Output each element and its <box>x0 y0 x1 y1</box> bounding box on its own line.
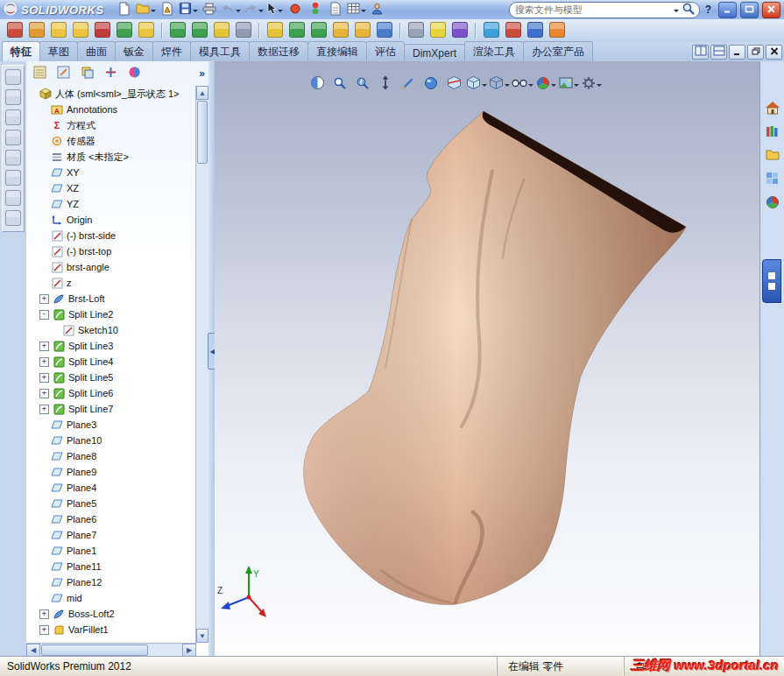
tab-办公室产品[interactable]: 办公室产品 <box>523 41 593 61</box>
tab-直接编辑[interactable]: 直接编辑 <box>307 41 367 61</box>
dimxpertmanager-tab-button[interactable] <box>101 65 120 82</box>
horizontal-scroll-thumb[interactable] <box>41 644 148 656</box>
design-library-button[interactable] <box>763 123 782 141</box>
view-settings-dropdown-icon[interactable] <box>597 84 602 89</box>
tree-item[interactable]: -Split Line2 <box>26 306 196 322</box>
tree-item[interactable]: +VarFillet1 <box>26 622 196 637</box>
expand-icon[interactable]: + <box>39 357 49 367</box>
expand-icon[interactable]: + <box>39 609 49 619</box>
side-tool-3-button[interactable] <box>4 109 23 127</box>
publish-button[interactable] <box>158 1 177 18</box>
search-input[interactable] <box>513 4 670 16</box>
tab-钣金[interactable]: 钣金 <box>115 41 153 61</box>
tab-评估[interactable]: 评估 <box>366 41 405 61</box>
scroll-up-icon[interactable]: ▲ <box>196 86 208 100</box>
tab-曲面[interactable]: 曲面 <box>77 41 116 61</box>
redo-dropdown-icon[interactable] <box>258 10 264 15</box>
tool-flag-button[interactable] <box>93 22 112 39</box>
tree-item[interactable]: Plane8 <box>26 448 196 464</box>
tab-草图[interactable]: 草图 <box>39 41 78 61</box>
tool-spline-button[interactable] <box>450 22 470 39</box>
scroll-left-icon[interactable]: ◀ <box>26 644 40 657</box>
tab-模具工具[interactable]: 模具工具 <box>190 41 250 61</box>
hide-show-items-dropdown-icon[interactable] <box>528 84 533 89</box>
tree-item[interactable]: Origin <box>26 212 196 228</box>
undo-dropdown-icon[interactable] <box>236 10 241 15</box>
tool-wand-button[interactable] <box>265 22 285 39</box>
tab-焊件[interactable]: 焊件 <box>152 41 191 61</box>
zoom-fit-button[interactable] <box>329 74 350 95</box>
search-scope-dropdown-icon[interactable] <box>674 10 679 15</box>
tool-orange-button[interactable] <box>547 22 567 39</box>
tree-item[interactable]: Plane4 <box>26 480 196 496</box>
tree-item[interactable]: +Boss-Loft2 <box>26 606 196 622</box>
search-icon[interactable] <box>682 2 696 18</box>
tab-数据迁移[interactable]: 数据迁移 <box>249 41 308 61</box>
tree-item[interactable]: YZ <box>26 196 196 212</box>
open-dropdown-icon[interactable] <box>151 10 156 15</box>
view-palette-button[interactable] <box>763 171 782 188</box>
print-button[interactable] <box>200 1 219 18</box>
side-tool-4-button[interactable] <box>4 130 23 147</box>
tree-item[interactable]: XY <box>26 165 196 180</box>
tool-ball-1-button[interactable] <box>331 22 350 39</box>
scroll-down-icon[interactable]: ▼ <box>196 629 208 643</box>
tool-people-button[interactable] <box>375 22 394 39</box>
tree-horizontal-scrollbar[interactable]: ◀ ▶ <box>26 643 196 657</box>
open-button[interactable] <box>135 1 157 18</box>
edit-appearance-dropdown-icon[interactable] <box>551 84 556 89</box>
tree-item[interactable]: +Split Line3 <box>26 338 196 354</box>
user-button[interactable] <box>368 1 387 18</box>
side-tool-7-button[interactable] <box>4 190 23 208</box>
tool-tee-button[interactable] <box>137 22 156 39</box>
featuremanager-tab-button[interactable] <box>30 65 49 82</box>
tree-item[interactable]: z <box>26 275 196 291</box>
apply-scene-button[interactable] <box>558 74 579 95</box>
tree-item[interactable]: 材质 <未指定> <box>26 149 196 165</box>
record-macro-button[interactable] <box>286 1 305 18</box>
tool-cube-green-2-button[interactable] <box>190 22 209 39</box>
edit-appearance-button[interactable] <box>535 74 556 95</box>
scroll-right-icon[interactable]: ▶ <box>182 644 196 657</box>
view-orientation-dropdown-icon[interactable] <box>482 84 487 89</box>
help-button[interactable]: ? <box>705 4 711 16</box>
appearances-button[interactable] <box>763 194 782 212</box>
tree-item[interactable]: Σ方程式 <box>26 117 196 133</box>
torso-model[interactable] <box>304 111 686 605</box>
tool-cube-green-1-button[interactable] <box>168 22 187 39</box>
tool-folder-1-button[interactable] <box>49 22 68 39</box>
save-button[interactable] <box>178 1 199 18</box>
zoom-area-button[interactable] <box>352 74 373 95</box>
zoom-updown-button[interactable] <box>375 74 396 95</box>
tree-item[interactable]: Plane11 <box>26 559 196 574</box>
file-properties-button[interactable] <box>326 1 345 18</box>
side-tool-6-button[interactable] <box>4 170 23 187</box>
apply-scene-dropdown-icon[interactable] <box>574 84 579 89</box>
expand-icon[interactable]: + <box>39 405 49 414</box>
tool-dots-button[interactable] <box>234 22 253 39</box>
rotate-view-button[interactable] <box>420 74 441 95</box>
tree-item[interactable]: (-) brst-top <box>26 243 196 259</box>
vertical-scroll-thumb[interactable] <box>197 101 208 164</box>
tool-scissors-button[interactable] <box>482 22 501 39</box>
side-tool-1-button[interactable] <box>4 69 23 87</box>
tree-item[interactable]: XZ <box>26 180 196 196</box>
section-view-button[interactable] <box>443 74 464 95</box>
select-button[interactable] <box>265 1 285 18</box>
side-tool-8-button[interactable] <box>4 210 23 228</box>
displaymanager-tab-button[interactable] <box>124 65 144 82</box>
doc-restore-button[interactable] <box>747 45 764 60</box>
tree-item[interactable]: 传感器 <box>26 133 196 149</box>
graphics-viewport[interactable]: Y Z <box>215 61 760 657</box>
tool-folder-2-button[interactable] <box>71 22 90 39</box>
overflow-chevron[interactable]: » <box>199 67 205 80</box>
window-close-button[interactable] <box>762 2 780 18</box>
hide-show-items-button[interactable] <box>512 74 533 95</box>
view-settings-button[interactable] <box>581 74 602 95</box>
side-tool-2-button[interactable] <box>4 89 23 107</box>
solidworks-resources-button[interactable] <box>763 100 782 117</box>
expand-icon[interactable]: + <box>39 373 49 383</box>
expand-icon[interactable]: + <box>39 294 49 304</box>
window-minimize-button[interactable] <box>718 2 737 18</box>
table-dropdown-icon[interactable] <box>361 10 366 15</box>
